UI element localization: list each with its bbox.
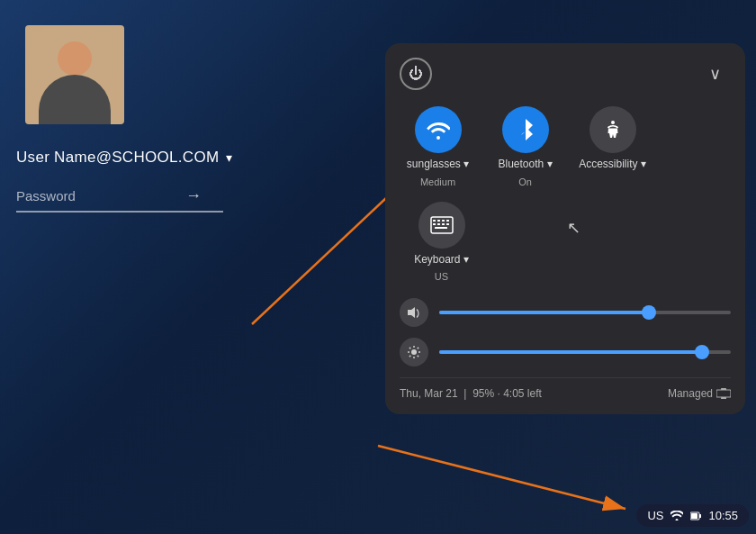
svg-rect-27 [721, 397, 726, 399]
svg-point-16 [411, 349, 417, 355]
svg-marker-15 [408, 307, 415, 318]
volume-icon [407, 306, 421, 319]
brightness-slider-thumb[interactable] [695, 345, 709, 359]
svg-rect-14 [435, 227, 447, 229]
volume-slider-track[interactable] [439, 311, 731, 314]
svg-line-23 [410, 356, 410, 357]
svg-rect-25 [716, 390, 731, 397]
bluetooth-toggle-sublabel: On [518, 176, 532, 187]
svg-rect-11 [437, 223, 440, 225]
svg-line-24 [418, 348, 418, 348]
brightness-slider-row [400, 338, 731, 367]
volume-slider-row [400, 298, 731, 327]
keyboard-toggle-sublabel: US [435, 271, 448, 282]
accessibility-icon [602, 119, 624, 140]
svg-rect-12 [442, 223, 445, 225]
bluetooth-toggle-label: Bluetooth ▾ [498, 158, 552, 172]
svg-line-21 [410, 348, 410, 348]
svg-rect-7 [437, 220, 440, 222]
panel-header: ⏻ ∨ [400, 58, 731, 90]
brightness-icon [407, 345, 421, 359]
wifi-toggle-sublabel: Medium [420, 176, 455, 187]
accessibility-toggle-item: Accessibility ▾ [574, 106, 651, 187]
managed-icon [716, 388, 731, 399]
avatar-body [39, 75, 111, 124]
keyboard-toggle-button[interactable] [418, 202, 465, 249]
volume-slider-fill [439, 311, 649, 314]
tray-wifi-icon [670, 511, 683, 520]
wifi-icon [427, 120, 450, 140]
power-button[interactable]: ⏻ [400, 58, 432, 90]
tray-locale: US [647, 509, 663, 522]
managed-badge: Managed [668, 387, 731, 400]
wifi-toggle-button[interactable] [415, 106, 462, 153]
accessibility-toggle-label: Accessibility ▾ [579, 158, 646, 172]
bluetooth-icon [517, 118, 535, 141]
footer-date: Thu, Mar 21 | 95% · 4:05 left [400, 387, 542, 400]
keyboard-toggle-label: Keyboard ▾ [414, 253, 469, 267]
keyboard-row: Keyboard ▾ US [400, 202, 731, 283]
user-name-row: User Name@SCHOOL.COM ▾ [16, 149, 295, 167]
toggles-grid: sunglasses ▾ Medium Bluetooth ▾ On A [400, 106, 731, 187]
user-name: User Name@SCHOOL.COM [16, 149, 219, 167]
login-area: User Name@SCHOOL.COM ▾ → [16, 149, 295, 213]
brightness-icon-button[interactable] [400, 338, 428, 367]
brightness-slider-track[interactable] [439, 350, 731, 354]
tray-time: 10:55 [708, 509, 738, 522]
avatar-head [58, 41, 92, 76]
submit-icon[interactable]: → [185, 186, 202, 205]
svg-line-22 [418, 356, 418, 357]
svg-rect-29 [699, 514, 701, 518]
panel-footer: Thu, Mar 21 | 95% · 4:05 left Managed [400, 377, 731, 400]
svg-rect-10 [433, 223, 436, 225]
bluetooth-toggle-item: Bluetooth ▾ On [487, 106, 563, 187]
keyboard-icon [430, 216, 454, 234]
managed-label: Managed [668, 387, 713, 400]
bluetooth-toggle-button[interactable] [502, 106, 549, 153]
system-tray[interactable]: US 10:55 [636, 504, 749, 527]
wifi-toggle-label: sunglasses ▾ [407, 158, 469, 172]
password-row: → [16, 186, 223, 213]
svg-rect-13 [446, 223, 449, 225]
svg-rect-26 [721, 388, 726, 390]
user-dropdown-icon[interactable]: ▾ [226, 150, 232, 165]
svg-rect-30 [691, 513, 698, 519]
quick-settings-panel: ⏻ ∨ sunglasses ▾ Medium [385, 43, 745, 414]
avatar [25, 25, 124, 124]
svg-rect-6 [433, 220, 436, 222]
collapse-button[interactable]: ∨ [698, 58, 731, 90]
svg-rect-8 [442, 220, 445, 222]
volume-slider-thumb[interactable] [642, 305, 656, 320]
svg-rect-9 [446, 220, 449, 222]
avatar-image [25, 25, 124, 124]
tray-battery-icon [690, 511, 701, 521]
svg-point-4 [611, 121, 615, 124]
wifi-toggle-item: sunglasses ▾ Medium [400, 106, 476, 187]
volume-icon-button[interactable] [400, 298, 428, 327]
keyboard-toggle-item: Keyboard ▾ US [403, 202, 480, 283]
accessibility-toggle-button[interactable] [590, 106, 636, 153]
password-input[interactable] [16, 188, 178, 204]
brightness-slider-fill [439, 350, 702, 354]
